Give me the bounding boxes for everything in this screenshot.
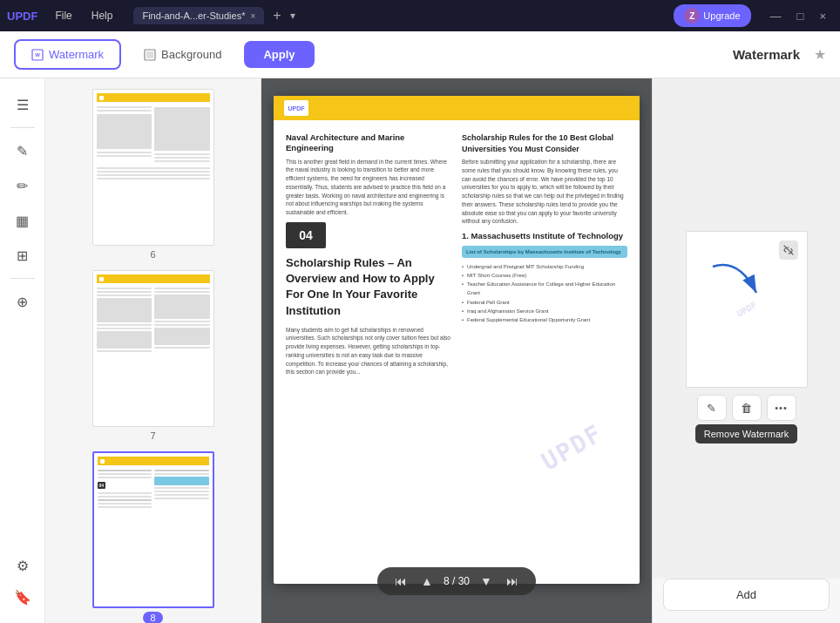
list-item: Iraq and Afghanistan Service Grant xyxy=(462,307,627,315)
prev-page-button[interactable]: ▲ xyxy=(417,572,437,590)
left-section-heading: Naval Architecture and Marine Engineerin… xyxy=(286,132,451,154)
uni-name: 1. Massachusetts Institute of Technology xyxy=(462,231,627,241)
apply-button[interactable]: Apply xyxy=(244,41,314,68)
tab-title: Find-and-A...er-Studies* xyxy=(142,10,245,21)
first-page-button[interactable]: ⏮ xyxy=(391,572,410,590)
upgrade-button[interactable]: Z Upgrade xyxy=(674,4,750,27)
big-heading: Scholarship Rules – An Overview and How … xyxy=(286,255,451,319)
panel-title: Watermark xyxy=(733,47,800,62)
thumbnail-6-number: 6 xyxy=(150,249,155,260)
document-page: UPDF Naval Architecture and Marine Engin… xyxy=(274,96,640,584)
menu-bar: File Help xyxy=(46,6,121,25)
arrow-indicator xyxy=(704,249,774,319)
window-controls: — □ × xyxy=(763,8,833,24)
chapter-number: 04 xyxy=(286,222,326,248)
page-right-col: Scholarship Rules for the 10 Best Global… xyxy=(462,132,627,376)
sidebar-bottom: ⚙ 🔖 xyxy=(7,550,38,613)
page-header: UPDF xyxy=(274,96,640,120)
thumbnail-8[interactable]: 04 xyxy=(92,451,214,623)
sidebar-tools-icon[interactable]: ⚙ xyxy=(7,550,38,581)
total-pages: 30 xyxy=(458,575,470,587)
right-col-title: Scholarship Rules for the 10 Best Global… xyxy=(462,132,627,154)
close-button[interactable]: × xyxy=(812,8,833,24)
document-view[interactable]: UPDF Naval Architecture and Marine Engin… xyxy=(261,78,652,623)
list-item: Federal Pell Grant xyxy=(462,298,627,307)
upgrade-label: Upgrade xyxy=(703,10,740,21)
watermark-icon: W xyxy=(31,49,44,61)
thumbnail-6-image xyxy=(92,89,214,246)
svg-text:W: W xyxy=(35,52,40,58)
thumbnail-7[interactable]: 7 xyxy=(92,270,214,441)
sidebar-stamp-icon[interactable]: ⊕ xyxy=(7,286,38,317)
page-separator: / xyxy=(452,575,455,587)
mit-tag: List of Scholarships by Massachusetts In… xyxy=(462,246,627,258)
left-sidebar: ☰ ✎ ✏ ▦ ⊞ ⊕ ⚙ 🔖 xyxy=(0,78,45,623)
delete-watermark-button[interactable]: 🗑 xyxy=(732,395,762,421)
thumbnail-6[interactable]: 6 xyxy=(92,89,214,260)
edit-watermark-button[interactable]: ✎ xyxy=(697,395,727,421)
new-tab-button[interactable]: + xyxy=(273,8,281,24)
titlebar: UPDF File Help Find-and-A...er-Studies* … xyxy=(0,0,840,31)
main-area: ☰ ✎ ✏ ▦ ⊞ ⊕ ⚙ 🔖 xyxy=(0,78,840,623)
page-left-col: Naval Architecture and Marine Engineerin… xyxy=(286,132,451,376)
watermark-overlay: UPDF xyxy=(536,418,607,476)
scholarship-list: Undergrad and Postgrad MIT Scholarship F… xyxy=(462,262,627,324)
sidebar-bookmark-icon[interactable]: 🔖 xyxy=(7,581,38,613)
background-tab-label: Background xyxy=(161,48,221,61)
minimize-button[interactable]: — xyxy=(763,8,789,24)
watermark-tab-button[interactable]: W Watermark xyxy=(14,39,121,70)
watermark-tab-label: Watermark xyxy=(49,48,104,61)
last-page-button[interactable]: ⏭ xyxy=(503,572,522,590)
right-panel: UPDF ✎ 🗑 ••• xyxy=(652,78,840,623)
list-item: MIT Short Courses (Free) xyxy=(462,271,627,280)
menu-help[interactable]: Help xyxy=(83,6,122,25)
right-col-intro: Before submitting your application for a… xyxy=(462,158,627,226)
page-navigation: ⏮ ▲ 8 / 30 ▼ ⏭ xyxy=(377,567,536,595)
left-section-para: This is another great field in demand in… xyxy=(286,158,451,217)
current-page: 8 xyxy=(444,575,450,587)
sidebar-pages-icon[interactable]: ☰ xyxy=(7,89,38,120)
svg-rect-3 xyxy=(146,51,153,58)
thumbnail-7-image xyxy=(92,270,214,427)
watermark-actions: ✎ 🗑 ••• xyxy=(697,395,796,421)
page-logo: UPDF xyxy=(284,100,308,116)
page-indicator: 8 / 30 xyxy=(444,575,470,587)
page-logo-text: UPDF xyxy=(288,105,304,112)
sidebar-annotate-icon[interactable]: ✏ xyxy=(7,170,38,201)
list-item: Teacher Education Assistance for College… xyxy=(462,280,627,297)
favorite-icon[interactable]: ★ xyxy=(814,46,826,63)
thumbnail-7-number: 7 xyxy=(150,430,155,441)
app-logo: UPDF xyxy=(7,10,37,23)
sidebar-form-icon[interactable]: ▦ xyxy=(7,205,38,236)
list-item: Federal Supplemental Educational Opportu… xyxy=(462,315,627,324)
remove-watermark-tooltip: Remove Watermark xyxy=(695,424,797,444)
maximize-button[interactable]: □ xyxy=(790,8,811,24)
watermark-preview-box: UPDF xyxy=(686,231,808,388)
tab-close-button[interactable]: × xyxy=(250,11,255,21)
right-panel-preview: UPDF ✎ 🗑 ••• xyxy=(653,78,840,579)
hide-watermark-icon[interactable] xyxy=(779,240,798,260)
thumbnail-panel: 6 xyxy=(45,78,261,623)
more-watermark-button[interactable]: ••• xyxy=(767,395,796,421)
toolbar: W Watermark Background Apply Watermark ★ xyxy=(0,31,840,78)
thumbnail-8-image: 04 xyxy=(92,451,214,608)
sidebar-divider-1 xyxy=(10,127,35,128)
thumbnail-8-number: 8 xyxy=(143,612,162,623)
sub-para: Many students aim to get full scholarshi… xyxy=(286,326,451,377)
active-tab[interactable]: Find-and-A...er-Studies* × xyxy=(133,7,264,24)
tab-dropdown-button[interactable]: ▾ xyxy=(290,10,295,22)
sidebar-divider-2 xyxy=(10,278,35,279)
menu-file[interactable]: File xyxy=(46,6,80,25)
sidebar-organize-icon[interactable]: ⊞ xyxy=(7,240,38,271)
add-watermark-button[interactable]: Add xyxy=(663,579,830,611)
background-icon xyxy=(144,49,156,61)
background-tab-button[interactable]: Background xyxy=(128,41,237,68)
next-page-button[interactable]: ▼ xyxy=(477,572,496,590)
page-content: Naval Architecture and Marine Engineerin… xyxy=(274,120,640,389)
upgrade-avatar: Z xyxy=(684,8,700,24)
list-item: Undergrad and Postgrad MIT Scholarship F… xyxy=(462,262,627,271)
sidebar-edit-icon[interactable]: ✎ xyxy=(7,135,38,166)
